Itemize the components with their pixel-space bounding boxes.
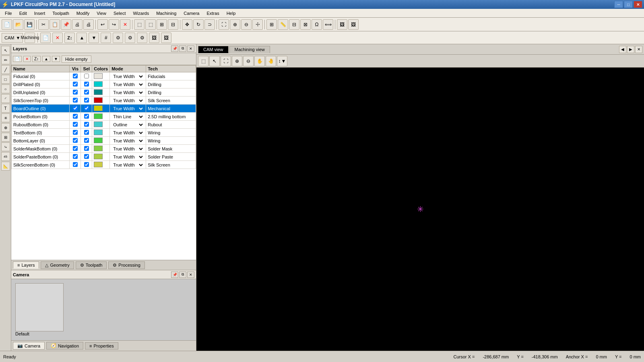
table-row[interactable]: SilkScreenTop (0) True Width Thin Line O… (12, 97, 196, 105)
camera-tab-navigation[interactable]: 🧭 Navigation (46, 342, 83, 350)
tab-geometry[interactable]: △ Geometry (41, 261, 74, 269)
tab-toolpath[interactable]: ⚙ Toolpath (76, 261, 107, 269)
row-vis-7[interactable] (70, 129, 81, 137)
mode-select-10[interactable]: True Width Thin Line Outline (111, 154, 144, 160)
delete-button[interactable]: ✕ (120, 19, 130, 30)
sel-checkbox-6[interactable] (84, 122, 89, 127)
table-row[interactable]: BoardOutline (0) True Width Thin Line Ou… (12, 105, 196, 113)
cam-zoom-fit-btn[interactable]: ⛶ (221, 56, 231, 66)
measure-tool[interactable]: 📐 (1, 162, 10, 171)
vis-checkbox-3[interactable] (73, 98, 78, 103)
camera-tab-properties[interactable]: ≡ Properties (85, 342, 118, 350)
line-tool[interactable]: ╱ (1, 65, 10, 74)
mode-select-4[interactable]: True Width Thin Line Outline (111, 106, 144, 111)
layers-new-btn[interactable]: 📄 (13, 56, 22, 62)
mode-select-0[interactable]: True Width Thin Line Outline (111, 74, 144, 79)
mode-select-2[interactable]: True Width Thin Line Outline (111, 90, 144, 95)
row-mode-4[interactable]: True Width Thin Line Outline (110, 105, 146, 113)
copy-button[interactable]: 📋 (50, 19, 60, 30)
layers-delete-btn[interactable]: ✕ (23, 56, 31, 62)
cam-close-btn[interactable]: ✕ (52, 33, 63, 43)
draw-tool[interactable]: ✏ (1, 56, 10, 64)
menu-insert[interactable]: Insert (31, 10, 49, 16)
menu-wizards[interactable]: Wizards (130, 10, 152, 16)
row-sel-9[interactable] (81, 145, 92, 153)
vis-checkbox-2[interactable] (73, 90, 78, 95)
camera-pin-btn[interactable]: 📌 (171, 272, 178, 278)
row-mode-11[interactable]: True Width Thin Line Outline (110, 161, 146, 169)
vis-checkbox-0[interactable] (73, 74, 78, 78)
mode-select-11[interactable]: True Width Thin Line Outline (111, 162, 144, 168)
menu-camera[interactable]: Camera (180, 10, 202, 16)
sel-checkbox-3[interactable] (84, 98, 89, 103)
row-mode-5[interactable]: True Width Thin Line Outline (110, 113, 146, 121)
select2-button[interactable]: ⬚ (145, 19, 156, 30)
mode-select-9[interactable]: True Width Thin Line Outline (111, 146, 144, 152)
sel-checkbox-5[interactable] (84, 114, 89, 119)
save-button[interactable]: 💾 (24, 19, 35, 30)
vis-checkbox-10[interactable] (73, 154, 78, 159)
menu-modify[interactable]: Modify (73, 10, 93, 16)
snap-button[interactable]: ⊞ (266, 19, 277, 30)
symbol-button[interactable]: Ω (312, 19, 322, 30)
sel-checkbox-4[interactable] (84, 106, 89, 111)
row-vis-3[interactable] (70, 97, 81, 105)
snap-tool[interactable]: ⊕ (1, 123, 10, 132)
sel-checkbox-7[interactable] (84, 130, 89, 135)
cam-action2-btn[interactable]: ⚙ (125, 33, 135, 43)
pan-button[interactable]: ☩ (252, 19, 263, 30)
row-vis-10[interactable] (70, 153, 81, 161)
cam-select-btn[interactable]: ⬚ (198, 56, 208, 66)
row-vis-5[interactable] (70, 113, 81, 121)
row-mode-8[interactable]: True Width Thin Line Outline (110, 137, 146, 145)
table-row[interactable]: TextBottom (0) True Width Thin Line Outl… (12, 129, 196, 137)
measure-button[interactable]: 📏 (278, 19, 288, 30)
print-button[interactable]: 🖨 (83, 19, 94, 30)
layers-float-btn[interactable]: ⧉ (179, 45, 186, 52)
cam-close-view-btn[interactable]: ✕ (635, 46, 642, 53)
mode-select-5[interactable]: True Width Thin Line Outline (111, 114, 144, 119)
cam-tab-machining-view[interactable]: Machining view (229, 46, 270, 53)
vis-checkbox-9[interactable] (73, 146, 78, 151)
row-vis-11[interactable] (70, 161, 81, 169)
row-sel-8[interactable] (81, 137, 92, 145)
row-vis-1[interactable] (70, 80, 81, 88)
mode-select-6[interactable]: True Width Thin Line Outline (111, 122, 144, 128)
row-sel-10[interactable] (81, 153, 92, 161)
table-row[interactable]: DrillUnplated (0) True Width Thin Line O… (12, 88, 196, 97)
menu-select[interactable]: Select (110, 10, 129, 16)
mode-select-7[interactable]: True Width Thin Line Outline (111, 130, 144, 136)
vis-checkbox-5[interactable] (73, 114, 78, 119)
sel-checkbox-1[interactable] (84, 82, 89, 86)
row-mode-9[interactable]: True Width Thin Line Outline (110, 145, 146, 153)
row-sel-2[interactable] (81, 88, 92, 97)
cam-down-btn[interactable]: ▼ (89, 33, 99, 43)
route-tool[interactable]: ⤷ (1, 142, 10, 151)
table-row[interactable]: PocketBottom (0) True Width Thin Line Ou… (12, 113, 196, 121)
row-mode-0[interactable]: True Width Thin Line Outline (110, 72, 146, 80)
cam-prev-btn[interactable]: ◀ (619, 46, 626, 53)
cam-img1-btn[interactable]: 🖼 (149, 33, 159, 43)
row-sel-11[interactable] (81, 161, 92, 169)
circle-tool[interactable]: ○ (1, 84, 10, 93)
cut-button[interactable]: ✂ (38, 19, 49, 30)
cam-zoom-out-btn[interactable]: ⊖ (243, 56, 254, 66)
sel-checkbox-10[interactable] (84, 154, 89, 159)
row-mode-10[interactable]: True Width Thin Line Outline (110, 153, 146, 161)
redo-button[interactable]: ↪ (109, 19, 119, 30)
vis-checkbox-4[interactable] (73, 106, 78, 111)
table-row[interactable]: DrillPlated (0) True Width Thin Line Out… (12, 80, 196, 88)
arc-tool[interactable]: ◜ (1, 94, 10, 103)
cam-mode-btn[interactable]: ↕▼ (277, 56, 287, 66)
zoom-fit-button[interactable]: ⛶ (219, 19, 229, 30)
select-button[interactable]: ⬚ (134, 19, 144, 30)
row-sel-3[interactable] (81, 97, 92, 105)
undo-button[interactable]: ↩ (97, 19, 108, 30)
mode-select-1[interactable]: True Width Thin Line Outline (111, 82, 144, 87)
pointer-tool[interactable]: ↖ (1, 46, 10, 55)
new-button[interactable]: 📄 (2, 19, 12, 30)
table-row[interactable]: SolderPasteBottom (0) True Width Thin Li… (12, 153, 196, 161)
cam-hide-btn[interactable]: # (101, 33, 111, 43)
dim-button[interactable]: ⟺ (323, 19, 333, 30)
cam-dropdown[interactable]: CAM ▼ (2, 33, 23, 43)
